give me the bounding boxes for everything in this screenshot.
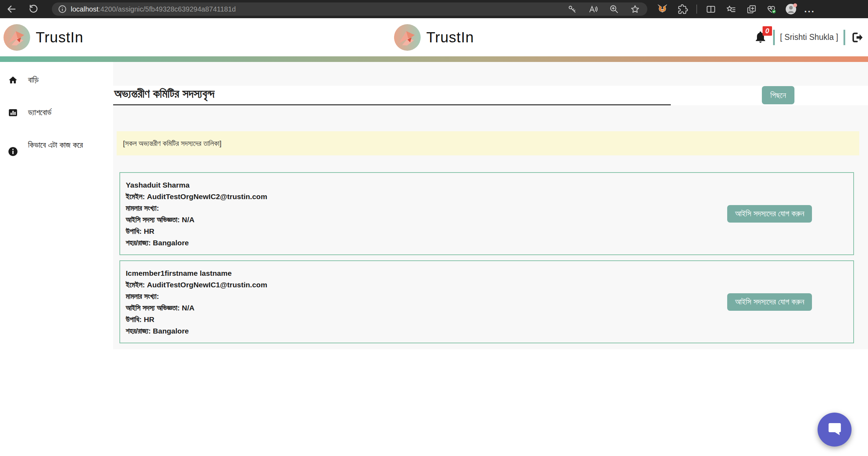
sidebar: বাড়ি ড্যাশবোর্ড কিভাবে এটা কাজ করে xyxy=(0,62,113,177)
collections-icon[interactable] xyxy=(745,2,758,16)
info-icon xyxy=(8,139,18,156)
member-experience-line: আইসি সদস্য অভিজ্ঞতা: N/A xyxy=(126,214,267,225)
member-designation-line: উপাধি: HR xyxy=(126,314,267,325)
sidebar-item-how-it-works[interactable]: কিভাবে এটা কাজ করে xyxy=(0,139,113,156)
member-card: Icmember1firstname lastname ইমেইল: Audit… xyxy=(119,260,854,343)
member-city-line: শহর/রাজ্য: Bangalore xyxy=(126,325,267,337)
dashboard-icon xyxy=(8,106,18,118)
browser-essentials-icon[interactable] xyxy=(765,2,778,16)
brand-logo-left: TrustIn xyxy=(4,24,83,51)
add-ic-member-button[interactable]: আইসি সদস্যদের যোগ করুন xyxy=(727,293,812,311)
member-email-line: ইমেইল: AuditTestOrgNewIC2@trustin.com xyxy=(126,191,267,202)
member-designation-line: উপাধি: HR xyxy=(126,225,267,237)
gradient-divider xyxy=(0,56,868,62)
settings-ellipsis-icon[interactable]: ... xyxy=(804,4,815,15)
home-icon xyxy=(8,74,18,85)
sidebar-item-label: ড্যাশবোর্ড xyxy=(28,106,51,118)
brand-logo-center: TrustIn xyxy=(394,24,474,51)
header-divider xyxy=(773,30,775,45)
member-name: Yashaduit Sharma xyxy=(126,179,267,191)
member-cases-line: মামলার সংখ্যা: xyxy=(126,290,267,302)
add-ic-member-button[interactable]: আইসি সদস্যদের যোগ করুন xyxy=(727,205,812,223)
password-key-icon[interactable] xyxy=(565,2,579,16)
crane-logo-icon xyxy=(4,24,30,51)
back-button[interactable]: পিছনে xyxy=(762,86,794,104)
page-title: অভ্যন্তরীণ কমিটির সদস্যবৃন্দ xyxy=(113,87,671,105)
favorites-bar-icon[interactable] xyxy=(724,2,738,16)
user-name: [ Srishti Shukla ] xyxy=(780,33,838,42)
header-divider xyxy=(843,30,845,45)
brand-name: TrustIn xyxy=(36,29,83,46)
profile-avatar[interactable] xyxy=(785,3,797,15)
chat-widget-button[interactable] xyxy=(818,413,852,447)
sidebar-item-label: বাড়ি xyxy=(28,74,39,85)
title-row: অভ্যন্তরীণ কমিটির সদস্যবৃন্দ পিছনে xyxy=(113,86,868,105)
url-text: localhost:4200/assignic/5fb49328c639294a… xyxy=(71,5,236,13)
metamask-icon[interactable] xyxy=(656,2,669,16)
main-content: অভ্যন্তরীণ কমিটির সদস্যবৃন্দ পিছনে [সকল … xyxy=(113,62,868,349)
extensions-puzzle-icon[interactable] xyxy=(676,2,689,16)
toolbar-divider xyxy=(696,5,697,14)
notification-bell-icon[interactable]: 0 xyxy=(754,30,768,44)
browser-chrome: localhost:4200/assignic/5fb49328c639294a… xyxy=(0,0,868,18)
split-screen-icon[interactable] xyxy=(704,2,717,16)
sidebar-item-home[interactable]: বাড়ি xyxy=(0,74,113,85)
sidebar-item-label: কিভাবে এটা কাজ করে xyxy=(28,139,83,150)
read-aloud-icon[interactable] xyxy=(586,2,600,16)
member-name: Icmember1firstname lastname xyxy=(126,267,267,279)
site-info-icon[interactable] xyxy=(57,2,67,16)
url-host: localhost xyxy=(71,5,98,13)
notification-count-badge: 0 xyxy=(763,26,772,36)
url-path: :4200/assignic/5fb49328c639294a8741181d xyxy=(98,5,236,13)
brand-name: TrustIn xyxy=(426,29,474,46)
logout-icon[interactable] xyxy=(850,31,863,44)
member-experience-line: আইসি সদস্য অভিজ্ঞতা: N/A xyxy=(126,302,267,314)
refresh-icon[interactable] xyxy=(27,2,40,16)
favorite-star-icon[interactable] xyxy=(628,2,642,16)
member-cases-line: মামলার সংখ্যা: xyxy=(126,202,267,214)
member-city-line: শহর/রাজ্য: Bangalore xyxy=(126,237,267,248)
zoom-in-icon[interactable] xyxy=(607,2,621,16)
app-header: TrustIn TrustIn 0 [ Srishti Shukla ] xyxy=(0,18,868,56)
chat-bubble-icon xyxy=(826,420,844,439)
member-card: Yashaduit Sharma ইমেইল: AuditTestOrgNewI… xyxy=(119,172,854,255)
screen: localhost:4200/assignic/5fb49328c639294a… xyxy=(0,0,868,456)
member-email-line: ইমেইল: AuditTestOrgNewIC1@trustin.com xyxy=(126,279,267,290)
info-banner: [সকল অভ্যন্তরীণ কমিটির সদস্যদের তালিকা] xyxy=(117,131,859,155)
crane-logo-icon xyxy=(394,24,421,51)
back-icon[interactable] xyxy=(5,2,18,16)
address-bar[interactable]: localhost:4200/assignic/5fb49328c639294a… xyxy=(52,2,647,16)
sidebar-item-dashboard[interactable]: ড্যাশবোর্ড xyxy=(0,106,113,118)
